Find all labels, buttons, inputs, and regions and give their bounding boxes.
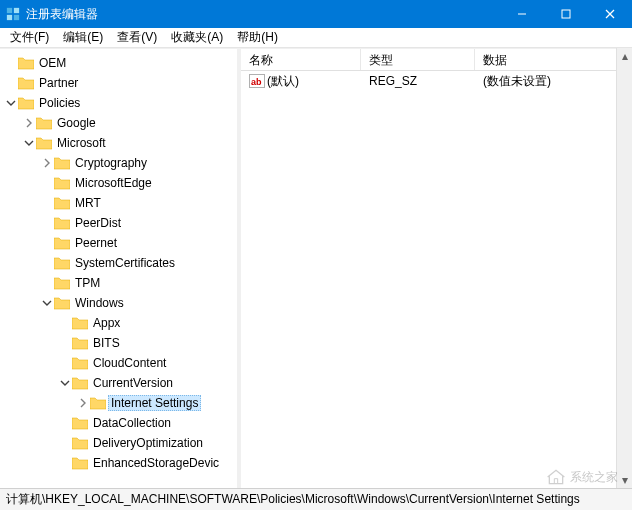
- chevron-right-icon[interactable]: [40, 156, 54, 170]
- svg-text:ab: ab: [251, 77, 262, 87]
- expander-placeholder: [4, 76, 18, 90]
- statusbar-path: 计算机\HKEY_LOCAL_MACHINE\SOFTWARE\Policies…: [6, 491, 580, 508]
- tree-node-label: PeerDist: [72, 216, 124, 230]
- list-body: ab(默认)REG_SZ(数值未设置): [241, 71, 632, 91]
- tree-node[interactable]: CloudContent: [0, 353, 237, 373]
- svg-marker-14: [54, 178, 70, 189]
- chevron-down-icon[interactable]: [40, 296, 54, 310]
- tree-node[interactable]: MicrosoftEdge: [0, 173, 237, 193]
- tree-node[interactable]: Policies: [0, 93, 237, 113]
- tree-node-label: MRT: [72, 196, 104, 210]
- folder-icon: [54, 256, 70, 270]
- minimize-button[interactable]: [500, 0, 544, 28]
- maximize-button[interactable]: [544, 0, 588, 28]
- tree-node-label: Google: [54, 116, 99, 130]
- chevron-down-icon[interactable]: [58, 376, 72, 390]
- tree-node[interactable]: Windows: [0, 293, 237, 313]
- expander-placeholder: [58, 456, 72, 470]
- svg-marker-16: [54, 218, 70, 229]
- tree-node[interactable]: Internet Settings: [0, 393, 237, 413]
- tree-node[interactable]: DataCollection: [0, 413, 237, 433]
- tree-pane[interactable]: OEMPartnerPoliciesGoogleMicrosoftCryptog…: [0, 49, 237, 488]
- svg-rect-0: [7, 8, 12, 13]
- tree-node[interactable]: BITS: [0, 333, 237, 353]
- tree-node-label: EnhancedStorageDevic: [90, 456, 222, 470]
- tree-node-label: DataCollection: [90, 416, 174, 430]
- tree-node-label: OEM: [36, 56, 69, 70]
- folder-icon: [18, 96, 34, 110]
- tree-node-label: Peernet: [72, 236, 120, 250]
- tree-node[interactable]: OEM: [0, 53, 237, 73]
- folder-icon: [54, 156, 70, 170]
- tree-node-label: DeliveryOptimization: [90, 436, 206, 450]
- tree-node-label: Partner: [36, 76, 81, 90]
- value-name: (默认): [267, 74, 299, 88]
- chevron-right-icon[interactable]: [22, 116, 36, 130]
- value-type: REG_SZ: [369, 74, 417, 88]
- expander-placeholder: [40, 196, 54, 210]
- svg-marker-27: [72, 438, 88, 449]
- folder-icon: [90, 396, 106, 410]
- svg-marker-11: [36, 118, 52, 129]
- scroll-up-arrow[interactable]: ▴: [617, 48, 632, 64]
- tree-node-label: TPM: [72, 276, 103, 290]
- chevron-down-icon[interactable]: [22, 136, 36, 150]
- tree-node-label: CurrentVersion: [90, 376, 176, 390]
- folder-icon: [72, 436, 88, 450]
- tree-node[interactable]: DeliveryOptimization: [0, 433, 237, 453]
- svg-marker-26: [72, 418, 88, 429]
- svg-marker-18: [54, 258, 70, 269]
- menu-file[interactable]: 文件(F): [4, 27, 55, 48]
- tree-node[interactable]: Peernet: [0, 233, 237, 253]
- expander-placeholder: [40, 176, 54, 190]
- tree-node[interactable]: Partner: [0, 73, 237, 93]
- list-pane[interactable]: 名称 类型 数据 ab(默认)REG_SZ(数值未设置): [241, 49, 632, 488]
- expander-placeholder: [4, 56, 18, 70]
- list-row[interactable]: ab(默认)REG_SZ(数值未设置): [241, 71, 632, 91]
- value-data: (数值未设置): [483, 74, 551, 88]
- chevron-down-icon[interactable]: [4, 96, 18, 110]
- folder-icon: [54, 176, 70, 190]
- folder-icon: [54, 236, 70, 250]
- tree-node-label: BITS: [90, 336, 123, 350]
- folder-icon: [36, 136, 52, 150]
- statusbar: 计算机\HKEY_LOCAL_MACHINE\SOFTWARE\Policies…: [0, 488, 632, 510]
- expander-placeholder: [40, 276, 54, 290]
- folder-icon: [54, 296, 70, 310]
- svg-marker-23: [72, 358, 88, 369]
- folder-icon: [72, 316, 88, 330]
- svg-marker-22: [72, 338, 88, 349]
- tree-node[interactable]: MRT: [0, 193, 237, 213]
- menu-help[interactable]: 帮助(H): [231, 27, 284, 48]
- tree-node[interactable]: EnhancedStorageDevic: [0, 453, 237, 473]
- header-name[interactable]: 名称: [241, 49, 361, 70]
- tree-node[interactable]: CurrentVersion: [0, 373, 237, 393]
- close-button[interactable]: [588, 0, 632, 28]
- svg-marker-24: [72, 378, 88, 389]
- titlebar-left: 注册表编辑器: [0, 6, 98, 23]
- tree-node[interactable]: Appx: [0, 313, 237, 333]
- header-type[interactable]: 类型: [361, 49, 475, 70]
- expander-placeholder: [58, 356, 72, 370]
- tree-node[interactable]: PeerDist: [0, 213, 237, 233]
- header-data[interactable]: 数据: [475, 49, 632, 70]
- svg-rect-1: [14, 8, 19, 13]
- folder-icon: [54, 196, 70, 210]
- scroll-down-arrow[interactable]: ▾: [617, 472, 632, 488]
- tree-node[interactable]: Cryptography: [0, 153, 237, 173]
- svg-marker-8: [18, 58, 34, 69]
- tree-node[interactable]: TPM: [0, 273, 237, 293]
- tree-node[interactable]: Microsoft: [0, 133, 237, 153]
- chevron-right-icon[interactable]: [76, 396, 90, 410]
- vertical-scrollbar[interactable]: ▴ ▾: [616, 48, 632, 488]
- list-header: 名称 类型 数据: [241, 49, 632, 71]
- menu-favorites[interactable]: 收藏夹(A): [165, 27, 229, 48]
- menu-edit[interactable]: 编辑(E): [57, 27, 109, 48]
- tree-node[interactable]: Google: [0, 113, 237, 133]
- svg-marker-21: [72, 318, 88, 329]
- menubar: 文件(F) 编辑(E) 查看(V) 收藏夹(A) 帮助(H): [0, 28, 632, 48]
- tree-node[interactable]: SystemCertificates: [0, 253, 237, 273]
- tree-node-label: MicrosoftEdge: [72, 176, 155, 190]
- menu-view[interactable]: 查看(V): [111, 27, 163, 48]
- svg-rect-3: [14, 15, 19, 20]
